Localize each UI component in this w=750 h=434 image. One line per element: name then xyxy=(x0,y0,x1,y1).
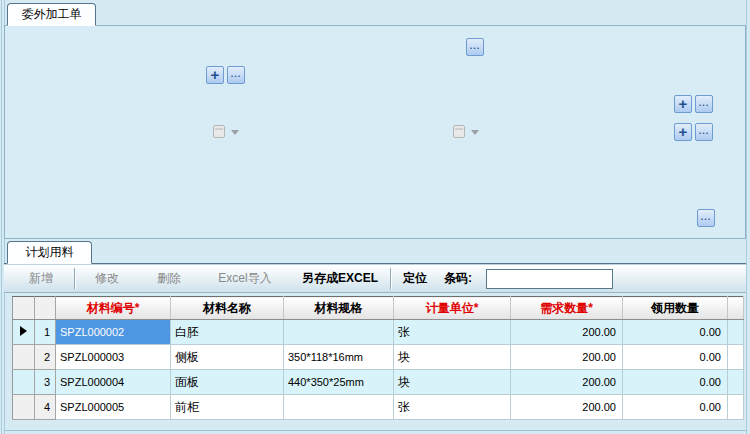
row-number-cell: 2 xyxy=(35,345,56,370)
col-header-required-qty[interactable]: 需求数量* xyxy=(511,297,623,320)
material-code-cell[interactable]: SPZL000005 xyxy=(56,395,171,420)
row-indicator-cell xyxy=(13,370,35,395)
row-indicator-header xyxy=(13,297,35,320)
worker-add-icon[interactable]: + xyxy=(674,123,692,141)
material-code-cell[interactable]: SPZL000002 xyxy=(56,320,171,345)
issued-qty-cell[interactable]: 0.00 xyxy=(623,345,728,370)
table-row[interactable]: 4 SPZL000005 前柜 张 200.00 0.00 xyxy=(13,395,744,420)
col-header-issued-qty[interactable]: 领用数量 xyxy=(623,297,728,320)
calendar-icon[interactable] xyxy=(453,125,465,138)
delete-row-button[interactable]: 删除 xyxy=(140,265,198,292)
issued-qty-cell[interactable]: 0.00 xyxy=(623,395,728,420)
material-name-cell[interactable]: 面板 xyxy=(171,370,284,395)
add-row-button[interactable]: 新增 xyxy=(10,265,72,292)
row-number-cell: 3 xyxy=(35,370,56,395)
material-name-cell[interactable]: 白胚 xyxy=(171,320,284,345)
process-route-browse-icon[interactable]: ... xyxy=(697,209,715,227)
stub-cell xyxy=(728,395,744,420)
barcode-input[interactable] xyxy=(486,269,613,289)
materials-toolbar: 新增 修改 删除 Excel导入 另存成EXCEL 定位 条码: xyxy=(4,264,746,293)
issued-qty-cell[interactable]: 0.00 xyxy=(623,320,728,345)
outsource-factory-browse-icon[interactable]: ... xyxy=(695,95,713,113)
tab-outsourcing-order[interactable]: 委外加工单 xyxy=(7,3,96,26)
dropdown-arrow-icon[interactable] xyxy=(231,130,239,135)
col-header-unit[interactable]: 计量单位* xyxy=(394,297,511,320)
row-number-cell: 1 xyxy=(35,320,56,345)
materials-table: 材料编号* 材料名称 材料规格 计量单位* 需求数量* 领用数量 1 SPZL0… xyxy=(12,296,744,420)
row-number-cell: 4 xyxy=(35,395,56,420)
excel-import-button[interactable]: Excel导入 xyxy=(200,265,290,292)
material-code-cell[interactable]: SPZL000003 xyxy=(56,345,171,370)
material-spec-cell[interactable]: 440*350*25mm xyxy=(284,370,394,395)
calendar-icon[interactable] xyxy=(213,125,225,138)
barcode-label: 条码: xyxy=(444,265,484,292)
row-indicator-cell xyxy=(13,395,35,420)
material-code-cell[interactable]: SPZL000004 xyxy=(56,370,171,395)
stub-cell xyxy=(728,370,744,395)
required-qty-cell[interactable]: 200.00 xyxy=(511,395,623,420)
col-header-stub xyxy=(728,297,744,320)
table-header-row: 材料编号* 材料名称 材料规格 计量单位* 需求数量* 领用数量 xyxy=(13,297,744,320)
production-plan-browse-icon[interactable]: ... xyxy=(466,38,484,56)
col-header-material-spec[interactable]: 材料规格 xyxy=(284,297,394,320)
edit-row-button[interactable]: 修改 xyxy=(76,265,138,292)
table-row[interactable]: 2 SPZL000003 侧板 350*118*16mm 块 200.00 0.… xyxy=(13,345,744,370)
worker-browse-icon[interactable]: ... xyxy=(695,123,713,141)
required-qty-cell[interactable]: 200.00 xyxy=(511,320,623,345)
outsource-factory-add-icon[interactable]: + xyxy=(674,95,692,113)
frame-bottom-line xyxy=(4,430,746,431)
required-qty-cell[interactable]: 200.00 xyxy=(511,370,623,395)
col-header-material-code[interactable]: 材料编号* xyxy=(56,297,171,320)
unit-cell[interactable]: 块 xyxy=(394,370,511,395)
row-indicator-cell xyxy=(13,345,35,370)
toolbar-separator xyxy=(74,268,75,289)
frame-right-line xyxy=(746,0,747,434)
unit-cell[interactable]: 张 xyxy=(394,395,511,420)
row-number-header xyxy=(35,297,56,320)
row-indicator-cell xyxy=(13,320,35,345)
frame-left-line xyxy=(1,0,2,434)
goods-code-add-icon[interactable]: + xyxy=(206,66,224,84)
unit-cell[interactable]: 块 xyxy=(394,345,511,370)
outsourcing-order-window: 委外加工单 加工单号: SCJH201505150001/JG0 * 生产计划:… xyxy=(0,0,750,434)
material-spec-cell[interactable] xyxy=(284,320,394,345)
caret-right-icon xyxy=(20,326,27,336)
tabstrip-divider xyxy=(4,263,746,264)
issued-qty-cell[interactable]: 0.00 xyxy=(623,370,728,395)
stub-cell xyxy=(728,320,744,345)
locate-button[interactable]: 定位 xyxy=(392,265,438,292)
export-excel-button[interactable]: 另存成EXCEL xyxy=(292,265,388,292)
table-row[interactable]: 3 SPZL000004 面板 440*350*25mm 块 200.00 0.… xyxy=(13,370,744,395)
stub-cell xyxy=(728,345,744,370)
material-name-cell[interactable]: 前柜 xyxy=(171,395,284,420)
dropdown-arrow-icon[interactable] xyxy=(471,130,479,135)
tab-planned-materials[interactable]: 计划用料 xyxy=(7,241,92,264)
order-form-panel xyxy=(4,25,746,239)
col-header-material-name[interactable]: 材料名称 xyxy=(171,297,284,320)
material-spec-cell[interactable] xyxy=(284,395,394,420)
material-name-cell[interactable]: 侧板 xyxy=(171,345,284,370)
material-spec-cell[interactable]: 350*118*16mm xyxy=(284,345,394,370)
unit-cell[interactable]: 张 xyxy=(394,320,511,345)
toolbar-separator xyxy=(390,268,391,289)
table-row[interactable]: 1 SPZL000002 白胚 张 200.00 0.00 xyxy=(13,320,744,345)
goods-code-browse-icon[interactable]: ... xyxy=(227,66,245,84)
required-qty-cell[interactable]: 200.00 xyxy=(511,345,623,370)
